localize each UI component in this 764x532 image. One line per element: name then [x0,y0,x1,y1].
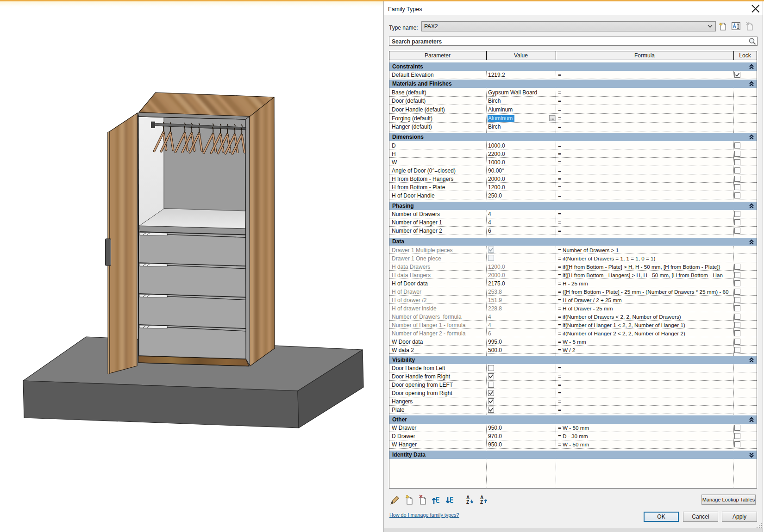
svg-text:Z: Z [480,500,483,505]
svg-text:Z: Z [466,500,469,505]
